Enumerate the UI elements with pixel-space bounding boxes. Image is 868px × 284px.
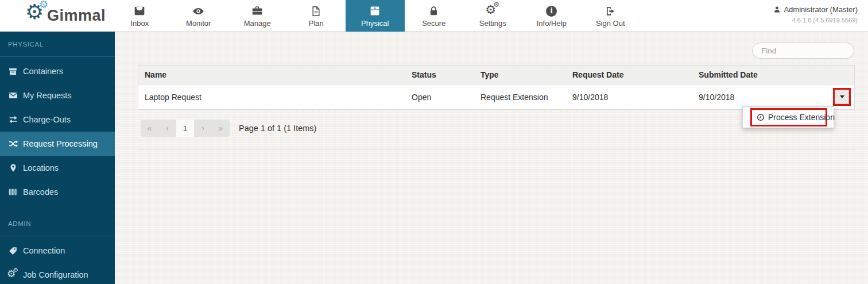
menu-item-process-extension[interactable]: Process Extension <box>752 110 839 125</box>
eye-icon <box>192 4 205 18</box>
archive-box-icon <box>369 4 381 18</box>
sidebar-item-my-requests[interactable]: My Requests <box>0 83 115 108</box>
top-navigation-bar: ⚙ ⚙ Gimmal Inbox Monitor <box>0 0 868 32</box>
sidebar-item-charge-outs[interactable]: Charge-Outs <box>0 108 115 132</box>
find-input[interactable] <box>752 43 854 59</box>
user-area: Administrator (Master) 4.6.1.0 (4.5.6919… <box>773 5 858 24</box>
sidebar-item-label: Barcodes <box>23 187 58 197</box>
nav-label: Manage <box>244 19 271 28</box>
info-icon: i <box>546 4 557 18</box>
sidebar-item-label: Request Processing <box>23 139 98 148</box>
clock-icon <box>757 113 765 121</box>
table-row[interactable]: Laptop Request Open Request Extension 9/… <box>138 85 854 109</box>
logo-text: Gimmal <box>47 4 106 27</box>
main-content: Name Status Type Request Date Submitted … <box>115 32 868 284</box>
gears-icon: ⚙⚙ <box>7 270 18 281</box>
sidebar-item-containers[interactable]: Containers <box>0 59 115 83</box>
user-icon <box>773 6 781 13</box>
sidebar-section-physical: PHYSICAL <box>0 32 115 57</box>
user-menu[interactable]: Administrator (Master) <box>773 5 858 14</box>
nav-item-info-help[interactable]: i Info/Help <box>522 0 582 32</box>
swap-arrows-icon <box>7 114 18 125</box>
nav-item-sign-out[interactable]: Sign Out <box>581 0 640 32</box>
annotation-highlight-dropdown <box>833 88 851 106</box>
inbox-icon <box>133 4 146 18</box>
column-header-submitted-date[interactable]: Submitted Date <box>692 70 816 79</box>
envelope-icon <box>7 90 18 101</box>
user-label: Administrator (Master) <box>784 5 858 14</box>
nav-label: Monitor <box>186 19 211 28</box>
nav-item-settings[interactable]: ⚙⚙ Settings <box>463 0 522 32</box>
pagination-page-1-button[interactable]: 1 <box>176 120 194 137</box>
sidebar-item-label: Containers <box>23 67 63 76</box>
container-icon <box>7 66 18 77</box>
document-icon <box>310 4 322 18</box>
pagination-prev-button[interactable]: ‹ <box>158 120 176 137</box>
row-actions-menu: Process Extension <box>742 106 834 128</box>
sign-out-icon <box>604 4 617 18</box>
tag-icon <box>7 245 18 256</box>
gimmal-gears-icon: ⚙ ⚙ <box>25 4 49 27</box>
gimmal-app: ⚙ ⚙ Gimmal Inbox Monitor <box>0 0 868 284</box>
sidebar-item-label: Job Configuration <box>23 270 88 279</box>
barcode-icon <box>7 187 18 198</box>
gears-icon: ⚙⚙ <box>485 4 500 18</box>
sidebar-item-connection[interactable]: Connection <box>0 239 115 263</box>
briefcase-icon <box>251 4 264 18</box>
shuffle-icon <box>7 139 18 149</box>
column-header-name[interactable]: Name <box>138 70 405 79</box>
nav-item-secure[interactable]: Secure <box>405 0 464 32</box>
pagination-next-button[interactable]: › <box>194 120 212 137</box>
top-nav-menu: Inbox Monitor Manage Plan <box>110 0 640 32</box>
sidebar-item-job-configuration[interactable]: ⚙⚙ Job Configuration <box>0 263 115 284</box>
menu-item-label: Process Extension <box>768 113 835 122</box>
nav-label: Sign Out <box>596 19 625 28</box>
pagination-first-button[interactable]: « <box>141 120 158 137</box>
annotation-highlight-menu-item: Process Extension <box>750 108 827 126</box>
requests-table: Name Status Type Request Date Submitted … <box>138 65 855 110</box>
sidebar-item-label: Charge-Outs <box>23 115 71 124</box>
pagination-summary: Page 1 of 1 (1 Items) <box>239 120 316 137</box>
sidebar-item-locations[interactable]: Locations <box>0 156 115 180</box>
pagination-last-button[interactable]: » <box>212 120 230 137</box>
cell-submitted-date: 9/10/2018 <box>692 93 816 102</box>
sidebar-section-admin: ADMIN <box>0 211 115 236</box>
nav-item-physical[interactable]: Physical <box>346 0 405 32</box>
nav-label: Secure <box>422 19 445 28</box>
nav-label: Plan <box>309 19 324 28</box>
cell-name: Laptop Request <box>138 93 405 102</box>
nav-label: Settings <box>479 19 506 28</box>
app-version: 4.6.1.0 (4.5.6919.5569) <box>773 17 858 24</box>
column-header-type[interactable]: Type <box>474 70 566 79</box>
sidebar-item-barcodes[interactable]: Barcodes <box>0 180 115 204</box>
chevron-down-icon <box>840 95 844 98</box>
column-header-request-date[interactable]: Request Date <box>566 70 692 79</box>
sidebar: PHYSICAL Containers My Requests Charge-O… <box>0 32 115 284</box>
cell-status: Open <box>405 93 474 102</box>
sidebar-item-request-processing[interactable]: Request Processing <box>0 132 115 156</box>
sidebar-item-label: Locations <box>23 163 59 172</box>
content-divider <box>138 149 855 149</box>
gimmal-logo[interactable]: ⚙ ⚙ Gimmal <box>25 4 106 27</box>
cell-type: Request Extension <box>474 93 566 102</box>
map-pin-icon <box>7 163 18 174</box>
sidebar-item-label: Connection <box>23 246 65 255</box>
table-header-row: Name Status Type Request Date Submitted … <box>138 66 854 85</box>
pagination-controls: « ‹ 1 › » <box>141 120 230 137</box>
cell-actions <box>816 88 854 106</box>
nav-item-monitor[interactable]: Monitor <box>169 0 228 32</box>
nav-item-manage[interactable]: Manage <box>228 0 287 32</box>
row-actions-dropdown-button[interactable] <box>835 90 849 104</box>
nav-label: Info/Help <box>537 19 567 28</box>
nav-item-plan[interactable]: Plan <box>287 0 346 32</box>
nav-label: Inbox <box>130 19 149 28</box>
column-header-status[interactable]: Status <box>405 70 474 79</box>
lock-icon <box>428 4 440 18</box>
sidebar-item-label: My Requests <box>23 91 72 100</box>
nav-label: Physical <box>361 19 389 28</box>
cell-request-date: 9/10/2018 <box>566 93 692 102</box>
nav-item-inbox[interactable]: Inbox <box>110 0 169 32</box>
